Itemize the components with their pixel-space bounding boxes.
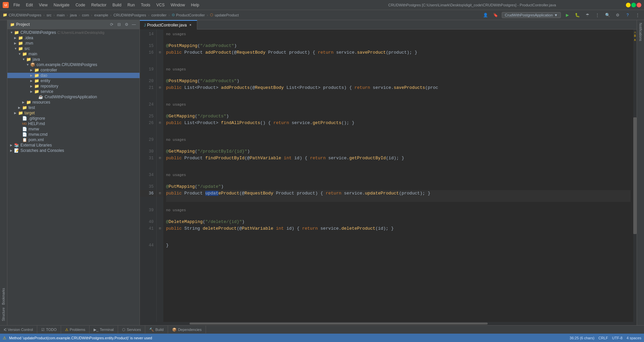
fold-icon[interactable]: ⊞ bbox=[159, 225, 161, 232]
menu-help[interactable]: Help bbox=[188, 2, 202, 8]
breadcrumb-java[interactable]: java bbox=[70, 13, 77, 17]
tree-item-pomxml[interactable]: 📋 pom.xml bbox=[7, 137, 140, 142]
bookmark-button[interactable]: 🔖 bbox=[492, 11, 499, 19]
editor-tab-productcontroller[interactable]: J ProductController.java × bbox=[140, 20, 197, 30]
debug-button[interactable]: 🐛 bbox=[574, 11, 581, 19]
sync-button[interactable]: ⟳ bbox=[109, 21, 115, 27]
breadcrumb-project[interactable]: CRUDWithPostgres bbox=[9, 13, 41, 17]
arrow-icon: ▶ bbox=[14, 42, 18, 45]
menu-run[interactable]: Run bbox=[125, 2, 138, 8]
notifications-toggle[interactable]: Notifications bbox=[638, 21, 643, 42]
tree-label: .gitignore bbox=[29, 116, 45, 121]
arrow-icon: ▼ bbox=[18, 52, 22, 56]
tree-item-resources[interactable]: ▶ 📁 resources bbox=[7, 100, 140, 105]
tree-item-java[interactable]: ▼ 📁 java bbox=[7, 57, 140, 62]
menu-edit[interactable]: Edit bbox=[23, 2, 36, 8]
menu-refactor[interactable]: Refactor bbox=[89, 2, 109, 8]
minimize-panel-button[interactable]: — bbox=[131, 21, 137, 27]
vertical-scrollbar[interactable]: ⚠ 8 ∧ bbox=[633, 30, 637, 322]
structure-panel-toggle[interactable]: Structure bbox=[2, 307, 5, 321]
collapse-all-button[interactable]: ⊟ bbox=[116, 21, 122, 27]
code-content[interactable]: no usages @PostMapping("/addProduct") pu… bbox=[163, 30, 633, 322]
tab-build[interactable]: 🔨 Build bbox=[145, 326, 168, 334]
settings-button[interactable]: ⚙ bbox=[614, 11, 621, 19]
search-button[interactable]: 🔍 bbox=[604, 11, 611, 19]
tree-item-target[interactable]: ▶ 📁 target bbox=[7, 110, 140, 116]
menu-vcs[interactable]: VCS bbox=[154, 2, 167, 8]
fold-icon[interactable]: ⊞ bbox=[159, 84, 161, 91]
tree-item-scratches[interactable]: ▶ 📝 Scratches and Consoles bbox=[7, 148, 140, 153]
tab-label: Build bbox=[155, 328, 163, 332]
run-config-selector[interactable]: CrudWithPostgresApplication ▼ bbox=[502, 12, 561, 18]
more-button[interactable]: ⋮ bbox=[634, 11, 641, 19]
tree-item-idea[interactable]: ▶ 📁 .idea bbox=[7, 35, 140, 41]
close-button[interactable] bbox=[637, 3, 641, 7]
code-line-39-annotation: no usages bbox=[166, 207, 631, 214]
breadcrumb-crudwithpostgres[interactable]: CRUDWithPostgres bbox=[113, 13, 146, 17]
breadcrumb-src[interactable]: src bbox=[47, 13, 52, 17]
fold-icon[interactable]: ⊞ bbox=[159, 155, 161, 162]
tree-item-mvn[interactable]: ▶ 📁 .mvn bbox=[7, 41, 140, 46]
tree-item-app[interactable]: ☕ CrudWithPostgresApplication bbox=[7, 94, 140, 100]
breadcrumb-productcontroller[interactable]: ProductController bbox=[176, 13, 205, 17]
menu-file[interactable]: File bbox=[11, 2, 22, 8]
fold-icon[interactable]: ⊞ bbox=[159, 120, 161, 126]
warnings-indicator[interactable]: ⚠ 8 ∧ bbox=[633, 30, 637, 43]
tab-label: TODO bbox=[46, 328, 57, 332]
git-branch-button[interactable]: 👤 bbox=[482, 11, 489, 19]
problems-icon: ⚠ bbox=[65, 328, 68, 332]
breadcrumb-example[interactable]: example bbox=[94, 13, 108, 17]
menu-navigate[interactable]: Navigate bbox=[51, 2, 72, 8]
cursor-position[interactable]: 36:25 (6 chars) bbox=[570, 336, 594, 340]
breadcrumb-com[interactable]: com bbox=[82, 13, 89, 17]
breadcrumb-class[interactable]: ⊙ bbox=[172, 13, 175, 17]
tab-problems[interactable]: ⚠ Problems bbox=[61, 326, 90, 334]
todo-icon: ☑ bbox=[41, 328, 45, 332]
code-editor[interactable]: 14 15 16 19 20 21 24 25 26 29 bbox=[140, 30, 637, 322]
breadcrumb-main[interactable]: main bbox=[57, 13, 65, 17]
panel-settings-button[interactable]: ⚙ bbox=[123, 21, 129, 27]
tree-item-test[interactable]: ▶ 📁 test bbox=[7, 105, 140, 110]
line-ending[interactable]: CRLF bbox=[598, 336, 608, 340]
tree-item-mvnw[interactable]: 📄 mvnw bbox=[7, 126, 140, 132]
menu-code[interactable]: Code bbox=[73, 2, 88, 8]
menu-view[interactable]: View bbox=[36, 2, 50, 8]
tree-item-ext-libs[interactable]: ▶ 📚 External Libraries bbox=[7, 142, 140, 148]
tab-dependencies[interactable]: 📦 Dependencies bbox=[168, 326, 206, 334]
tree-item-repository[interactable]: ▶ 📁 repository bbox=[7, 83, 140, 89]
tab-version-control[interactable]: ⑆ Version Control bbox=[0, 326, 37, 334]
breadcrumb-method[interactable]: updateProduct bbox=[215, 13, 239, 17]
help-icon[interactable]: ? bbox=[624, 11, 631, 19]
tree-item-root[interactable]: ▼ 📁 CRUDWithPostgres C:\Users\Limark\Des… bbox=[7, 30, 140, 35]
coverage-button[interactable]: ☂ bbox=[584, 11, 591, 19]
tree-item-gitignore[interactable]: 📄 .gitignore bbox=[7, 116, 140, 121]
tree-item-src[interactable]: ▼ 📁 src bbox=[7, 46, 140, 51]
tree-item-dao[interactable]: ▶ 📁 dao bbox=[7, 73, 140, 78]
tree-item-mvnwcmd[interactable]: 📄 mvnw.cmd bbox=[7, 132, 140, 137]
tab-close-button[interactable]: × bbox=[188, 23, 193, 27]
breadcrumb-controller[interactable]: controller bbox=[151, 13, 166, 17]
fold-icon[interactable]: ⊞ bbox=[159, 49, 161, 56]
horizontal-scrollbar[interactable] bbox=[140, 322, 637, 325]
encoding[interactable]: UTF-8 bbox=[612, 336, 623, 340]
maximize-button[interactable] bbox=[631, 3, 636, 7]
tree-item-main[interactable]: ▼ 📁 main bbox=[7, 51, 140, 57]
more-actions-button[interactable]: ⋮ bbox=[594, 11, 601, 19]
tab-todo[interactable]: ☑ TODO bbox=[37, 326, 61, 334]
menu-tools[interactable]: Tools bbox=[138, 2, 153, 8]
indent-setting[interactable]: 4 spaces bbox=[627, 336, 641, 340]
fold-icon[interactable]: ⊞ bbox=[159, 190, 161, 197]
tree-item-package[interactable]: ▼ 📦 com.example.CRUDWithPostgres bbox=[7, 62, 140, 67]
folder-icon: 📁 bbox=[26, 100, 31, 105]
tree-item-helpmd[interactable]: MD HELP.md bbox=[7, 121, 140, 126]
tree-item-controller[interactable]: ▶ 📁 controller bbox=[7, 67, 140, 73]
tree-item-entity[interactable]: ▶ 📁 entity bbox=[7, 78, 140, 83]
tree-item-service[interactable]: ▶ 📁 service bbox=[7, 89, 140, 94]
bookmarks-panel-toggle[interactable]: Bookmarks bbox=[2, 288, 5, 305]
run-button[interactable]: ▶ bbox=[564, 11, 571, 19]
minimize-button[interactable] bbox=[626, 3, 631, 7]
tab-services[interactable]: ⬡ Services bbox=[118, 326, 145, 334]
tab-terminal[interactable]: ▶_ Terminal bbox=[90, 326, 118, 334]
menu-window[interactable]: Window bbox=[168, 2, 188, 8]
menu-build[interactable]: Build bbox=[110, 2, 124, 8]
